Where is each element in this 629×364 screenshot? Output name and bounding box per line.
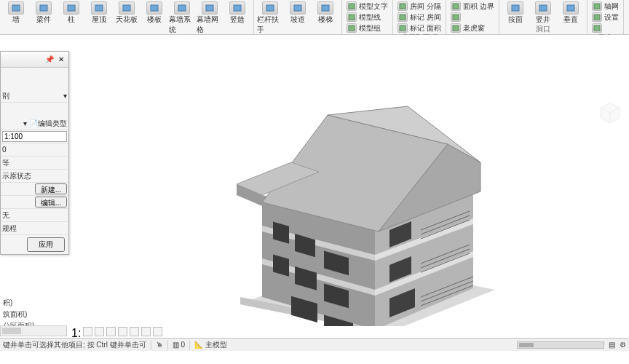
button-label: 垂直 <box>563 15 578 25</box>
svg-rect-0 <box>12 5 20 11</box>
tag-icon <box>397 12 408 22</box>
vc-icon[interactable] <box>83 327 92 336</box>
svg-rect-20 <box>453 25 459 31</box>
new-button[interactable]: 新建... <box>35 183 67 194</box>
svg-rect-24 <box>594 4 600 9</box>
svg-rect-5 <box>151 5 158 11</box>
svg-rect-4 <box>123 5 130 11</box>
wall-opening-button[interactable]: 垂直 <box>558 0 584 25</box>
ribbon-group: 面积 边界老虎窗 <box>446 0 499 34</box>
wall-icon <box>8 1 24 15</box>
status-icon[interactable]: ▥ 0 <box>173 341 185 349</box>
curtain-grid-button[interactable]: 幕墙网格 <box>197 0 223 35</box>
button-label: 柱 <box>68 15 75 25</box>
scale-label[interactable]: 1: <box>71 327 81 336</box>
status-icon[interactable]: ▤ <box>609 341 615 349</box>
ribbon-group: 模型文字模型线模型组 <box>342 0 393 34</box>
svg-rect-1 <box>40 5 47 11</box>
ramp-button[interactable]: 坡道 <box>285 0 311 25</box>
vc-icon[interactable] <box>153 327 162 336</box>
house-model <box>218 93 510 326</box>
panel-pin-icon[interactable]: 📌 <box>44 55 55 65</box>
vc-icon[interactable] <box>141 327 151 336</box>
svg-rect-19 <box>453 15 459 20</box>
model-line-button[interactable]: 模型线 <box>345 12 389 23</box>
shaft-button[interactable]: 竖井 <box>530 0 556 25</box>
ceiling-button[interactable]: 天花板 <box>114 0 140 25</box>
status-icon[interactable]: ⚙ <box>620 341 626 349</box>
svg-rect-7 <box>206 5 213 11</box>
button-label: 面积 边界 <box>463 1 494 12</box>
apply-button[interactable]: 应用 <box>27 237 65 252</box>
model-canvas[interactable] <box>0 35 629 351</box>
button-label: 按面 <box>508 15 523 25</box>
ribbon-group: 按面竖井垂直洞口 <box>499 0 588 34</box>
mullion-button[interactable]: 竖筵 <box>224 0 250 25</box>
panel-dropdown[interactable]: 剖▾ <box>1 90 68 103</box>
floor-icon <box>146 1 162 15</box>
status-icon[interactable]: 📐 主模型 <box>194 340 227 350</box>
vc-icon[interactable] <box>106 327 116 336</box>
model-text-button[interactable]: 模型文字 <box>345 1 389 12</box>
button-label: 轴网 <box>604 1 619 12</box>
button-label: 天花板 <box>116 15 138 25</box>
button-label: 标记 房间 <box>410 12 441 23</box>
ref-button[interactable] <box>590 23 620 33</box>
hscrollbar[interactable] <box>517 341 604 349</box>
curtain-system-icon <box>174 1 190 15</box>
model-text-icon <box>347 1 357 11</box>
workspace: 📌 ✕ 剖▾ ▾ 📄 编辑类型 0 等 示原状态 新建... 编辑... 无 规… <box>0 35 629 351</box>
model-group-button[interactable]: 模型组 <box>345 23 389 33</box>
svg-rect-14 <box>349 25 355 31</box>
model-line-icon <box>347 12 357 22</box>
by-face-icon <box>507 1 523 15</box>
button-label: 竖筵 <box>230 15 245 25</box>
curtain-system-button[interactable]: 幕墙系统 <box>169 0 195 35</box>
vc-icon[interactable] <box>118 327 127 336</box>
edit-button[interactable]: 编辑... <box>35 197 67 207</box>
button-label: 楼板 <box>147 15 162 25</box>
panel-hscrollbar[interactable] <box>0 325 67 336</box>
svg-rect-13 <box>349 15 355 20</box>
stair-button[interactable]: 楼梯 <box>312 0 339 25</box>
by-face-button[interactable]: 按面 <box>502 0 529 25</box>
area-button[interactable]: 标记 面积 <box>396 23 443 33</box>
status-icon[interactable]: 🖱 <box>156 341 163 349</box>
model-group-icon <box>347 23 357 33</box>
stair-icon <box>317 1 333 15</box>
vc-icon[interactable] <box>130 327 139 336</box>
svg-rect-2 <box>68 5 75 11</box>
floor-button[interactable]: 楼板 <box>141 0 167 25</box>
room-button[interactable]: 房间 分隔 <box>396 1 443 12</box>
svg-rect-16 <box>400 15 406 20</box>
area-icon <box>397 23 408 33</box>
railing-button[interactable]: 栏杆扶手 <box>257 0 283 35</box>
panel-close-icon[interactable]: ✕ <box>56 55 66 65</box>
set-button[interactable]: 设置 <box>590 12 620 23</box>
svg-rect-21 <box>512 5 519 11</box>
legend-button[interactable] <box>449 12 496 23</box>
roof-button[interactable]: 屋顶 <box>86 0 112 25</box>
column-button[interactable]: 柱 <box>58 0 84 25</box>
shaft-icon <box>535 1 551 15</box>
group-label: 洞口 <box>502 25 584 33</box>
tag-button[interactable]: 标记 房间 <box>396 12 443 23</box>
face-button[interactable]: 面积 边界 <box>449 1 496 12</box>
tree-item[interactable]: 积) <box>0 297 68 309</box>
button-label: 楼梯 <box>318 15 333 25</box>
ramp-icon <box>290 1 306 15</box>
tiger-icon <box>451 23 461 33</box>
scale-input[interactable] <box>2 131 67 142</box>
view-cube[interactable] <box>598 100 622 124</box>
tiger-button[interactable]: 老虎窗 <box>449 23 496 33</box>
beam-button[interactable]: 梁件 <box>31 0 57 25</box>
ceiling-icon <box>119 1 135 15</box>
button-label: 屋顶 <box>92 15 106 25</box>
wall-button[interactable]: 墙 <box>3 0 29 25</box>
button-label: 梁件 <box>36 15 51 25</box>
tree-item[interactable]: 筑面积) <box>0 309 68 320</box>
status-hint: 键并单击可选择其他项目; 按 Ctrl 键并单击可 <box>3 340 146 350</box>
vc-icon[interactable] <box>95 327 104 336</box>
svg-rect-6 <box>178 5 186 11</box>
grid-button[interactable]: 轴网 <box>590 1 620 12</box>
